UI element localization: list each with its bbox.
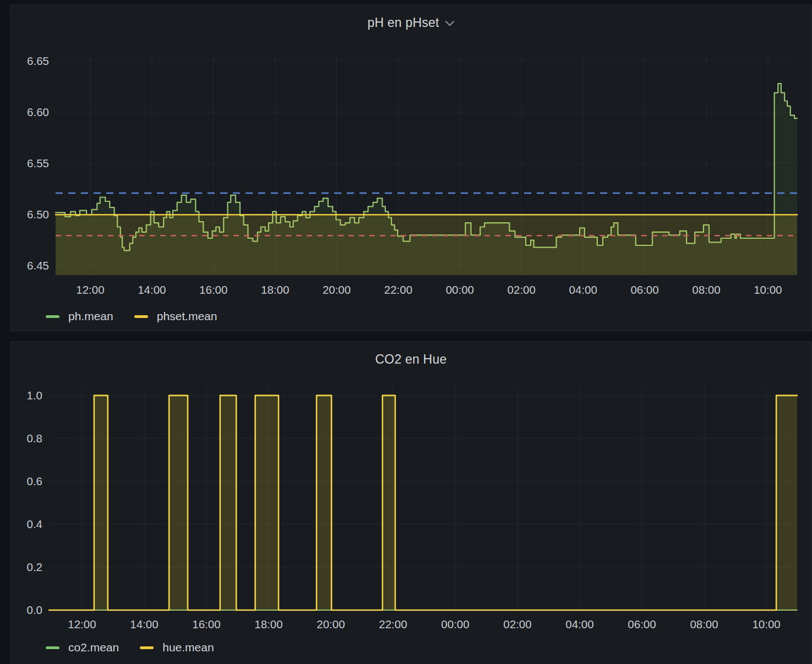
legend-label: ph.mean <box>68 310 113 323</box>
series-line-hue-mean <box>49 396 797 610</box>
svg-text:00:00: 00:00 <box>441 618 469 630</box>
svg-text:04:00: 04:00 <box>569 283 597 296</box>
svg-text:00:00: 00:00 <box>446 283 474 296</box>
legend-label: hue.mean <box>162 641 214 654</box>
svg-text:0.6: 0.6 <box>27 475 43 487</box>
panel-co2: CO2 en Hue 12:0014:0016:0018:0020:0022:0… <box>10 341 812 664</box>
legend-item-hue-mean[interactable]: hue.mean <box>140 641 214 654</box>
co2-chart-legend: co2.meanhue.mean <box>46 641 214 654</box>
svg-text:06:00: 06:00 <box>630 283 658 296</box>
svg-text:16:00: 16:00 <box>199 283 227 296</box>
svg-text:12:00: 12:00 <box>68 618 96 630</box>
series-fill-phset-mean <box>56 215 797 275</box>
legend-item-co2-mean[interactable]: co2.mean <box>46 641 119 654</box>
ph-chart-legend: ph.meanphset.mean <box>46 310 217 323</box>
svg-text:10:00: 10:00 <box>754 283 782 296</box>
ph-chart-canvas[interactable]: 12:0014:0016:0018:0020:0022:0000:0002:00… <box>10 5 811 331</box>
svg-text:06:00: 06:00 <box>628 618 656 630</box>
panel-ph: pH en pHset 12:0014:0016:0018:0020:0022:… <box>10 4 812 331</box>
svg-text:6.60: 6.60 <box>27 106 49 118</box>
svg-text:6.50: 6.50 <box>27 208 49 221</box>
svg-text:0.2: 0.2 <box>27 561 43 573</box>
svg-text:20:00: 20:00 <box>317 618 345 630</box>
axis-labels: 12:0014:0016:0018:0020:0022:0000:0002:00… <box>27 389 781 630</box>
svg-text:20:00: 20:00 <box>323 283 351 296</box>
svg-text:0.8: 0.8 <box>27 432 43 445</box>
legend-label: co2.mean <box>68 641 119 654</box>
svg-text:14:00: 14:00 <box>138 283 166 296</box>
series <box>49 396 797 610</box>
svg-text:08:00: 08:00 <box>690 618 718 630</box>
legend-swatch-icon <box>46 646 59 649</box>
svg-text:0.0: 0.0 <box>27 603 43 616</box>
legend-label: phset.mean <box>157 310 217 323</box>
svg-text:02:00: 02:00 <box>503 618 531 630</box>
svg-text:22:00: 22:00 <box>379 618 407 630</box>
svg-text:6.65: 6.65 <box>27 54 49 67</box>
svg-text:6.55: 6.55 <box>27 157 49 169</box>
svg-text:08:00: 08:00 <box>692 283 720 296</box>
legend-item-phset-mean[interactable]: phset.mean <box>134 310 217 323</box>
legend-swatch-icon <box>134 315 148 318</box>
svg-text:10:00: 10:00 <box>752 618 780 630</box>
svg-text:04:00: 04:00 <box>565 618 593 630</box>
legend-swatch-icon <box>46 315 59 318</box>
svg-text:16:00: 16:00 <box>192 618 220 630</box>
svg-text:22:00: 22:00 <box>384 283 412 296</box>
svg-text:12:00: 12:00 <box>76 283 104 296</box>
legend-swatch-icon <box>140 646 154 649</box>
svg-text:18:00: 18:00 <box>254 618 282 630</box>
svg-text:6.45: 6.45 <box>27 259 49 272</box>
svg-text:14:00: 14:00 <box>130 618 158 630</box>
series-fill-hue-mean <box>49 396 797 610</box>
grid <box>49 386 797 610</box>
co2-chart-canvas[interactable]: 12:0014:0016:0018:0020:0022:0000:0002:00… <box>10 342 811 664</box>
svg-text:1.0: 1.0 <box>27 389 43 402</box>
svg-text:02:00: 02:00 <box>508 283 536 296</box>
legend-item-ph-mean[interactable]: ph.mean <box>46 310 113 323</box>
svg-text:0.4: 0.4 <box>27 518 43 530</box>
svg-text:18:00: 18:00 <box>261 283 289 296</box>
